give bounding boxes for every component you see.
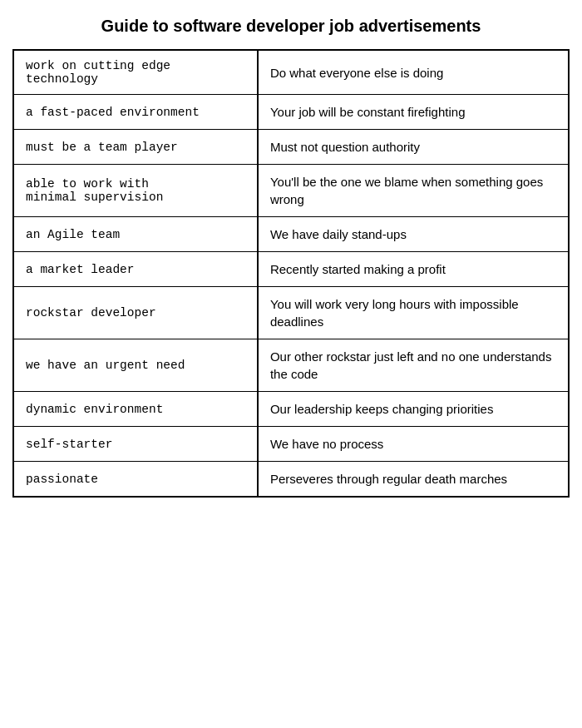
ad-phrase: a fast-paced environment [13,95,258,130]
table-row: work on cutting edge technologyDo what e… [13,50,569,95]
table-row: a fast-paced environmentYour job will be… [13,95,569,130]
table-row: we have an urgent needOur other rockstar… [13,339,569,392]
ad-phrase: rockstar developer [13,287,258,339]
table-row: self-starterWe have no process [13,427,569,462]
table-row: an Agile teamWe have daily stand-ups [13,217,569,252]
real-meaning: Our other rockstar just left and no one … [258,339,569,392]
table-row: passionatePerseveres through regular dea… [13,462,569,498]
real-meaning: Must not question authority [258,130,569,165]
real-meaning: Perseveres through regular death marches [258,462,569,498]
ad-phrase: passionate [13,462,258,498]
ad-phrase: self-starter [13,427,258,462]
table-row: able to work with minimal supervisionYou… [13,165,569,217]
real-meaning: Your job will be constant firefighting [258,95,569,130]
ad-phrase: a market leader [13,252,258,287]
ad-phrase: work on cutting edge technology [13,50,258,95]
real-meaning: Our leadership keeps changing priorities [258,392,569,427]
ad-phrase: an Agile team [13,217,258,252]
real-meaning: Do what everyone else is doing [258,50,569,95]
table-row: a market leaderRecently started making a… [13,252,569,287]
table-row: dynamic environmentOur leadership keeps … [13,392,569,427]
real-meaning: We have daily stand-ups [258,217,569,252]
ad-phrase: able to work with minimal supervision [13,165,258,217]
table-row: must be a team playerMust not question a… [13,130,569,165]
table-row: rockstar developerYou will work very lon… [13,287,569,339]
real-meaning: Recently started making a profit [258,252,569,287]
ad-phrase: must be a team player [13,130,258,165]
real-meaning: You will work very long hours with impos… [258,287,569,339]
real-meaning: We have no process [258,427,569,462]
page-title: Guide to software developer job advertis… [101,17,481,36]
real-meaning: You'll be the one we blame when somethin… [258,165,569,217]
guide-table: work on cutting edge technologyDo what e… [12,49,570,498]
ad-phrase: we have an urgent need [13,339,258,392]
ad-phrase: dynamic environment [13,392,258,427]
